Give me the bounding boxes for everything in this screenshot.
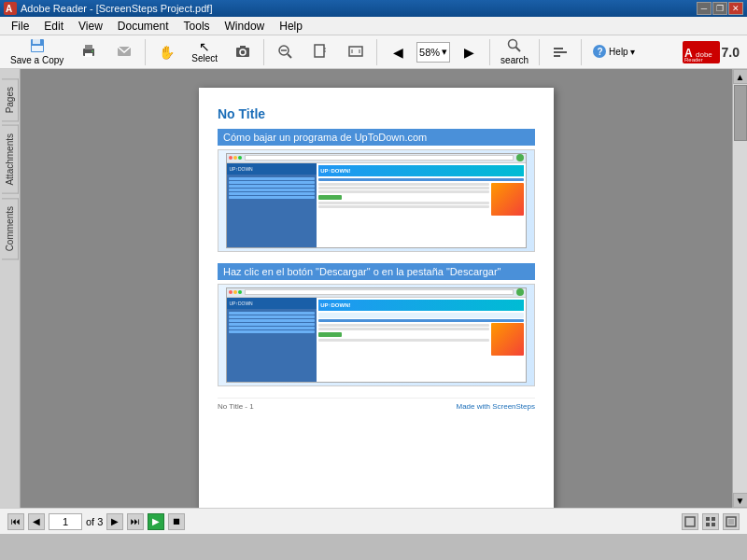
menu-edit[interactable]: Edit [36,18,71,35]
uptodown-logo: UP↑DOWN! [318,165,523,176]
nav-item-6 [229,196,315,199]
browser-nav-sidebar-2: UP↑DOWN [227,298,317,383]
app-img [491,183,524,216]
menu-bar: File Edit View Document Tools Window Hel… [0,17,747,35]
scroll-up-button[interactable]: ▲ [733,69,748,84]
tools-button[interactable] [543,38,577,66]
svg-rect-7 [85,53,92,57]
email-button[interactable] [107,38,141,66]
c-line-2 [318,187,488,189]
download-btn-2 [318,332,342,337]
svg-line-15 [288,54,291,58]
help-label: Help [609,47,628,57]
browser-nav-sidebar: UP↑DOWN [227,163,317,248]
stop-button[interactable]: ⏹ [168,513,185,530]
browser-bar-1 [227,154,525,163]
tab-bar [318,313,523,318]
save-copy-button[interactable]: Save a Copy [4,38,70,66]
scroll-track[interactable] [733,84,747,493]
menu-help[interactable]: Help [272,18,310,35]
app-icon: A [4,2,17,15]
fit-page-button[interactable] [303,38,337,66]
play-button[interactable]: ▶ [148,513,164,530]
view-mode-1[interactable] [682,513,698,530]
uptodown-logo-2: UP↑DOWN! [318,300,523,311]
view-mode-2[interactable] [702,513,719,530]
pdf-area[interactable]: No Title Cómo bajar un programa de UpToD… [21,69,732,508]
nav-item-2-6 [229,330,315,333]
menu-file[interactable]: File [4,18,36,35]
scroll-thumb[interactable] [734,85,747,141]
prev-page-button[interactable]: ◀ [28,513,45,530]
menu-document[interactable]: Document [110,18,176,35]
nav-item-5 [229,192,315,195]
max-dot-2 [238,290,242,294]
search-icon [507,38,522,55]
email-icon [117,44,132,61]
zoom-next-button[interactable]: ▶ [452,38,486,66]
svg-rect-33 [685,517,695,526]
camera-icon [235,44,250,61]
page-number-input[interactable] [49,513,82,530]
help-button[interactable]: ? Help ▾ [585,38,641,66]
hand-tool-button[interactable]: ✋ [149,38,183,66]
search-label: search [500,55,529,65]
fullscreen-button[interactable] [723,513,740,530]
svg-text:?: ? [598,47,603,57]
sidebar-tab-attachments[interactable]: Attachments [2,125,19,194]
svg-rect-3 [33,39,40,44]
select-icon: ↖ [199,40,210,53]
menu-view[interactable]: View [71,18,110,35]
next-page-button[interactable]: ▶ [106,513,123,530]
zoom-combo[interactable]: 58% ▾ [416,42,450,63]
pdf-footer-left: No Title - 1 [218,402,254,411]
right-scrollbar: ▲ ▼ [732,69,747,508]
minimize-button[interactable]: ─ [697,2,712,15]
svg-rect-16 [315,45,324,57]
select-button[interactable]: ↖ Select [185,38,224,66]
pdf-footer-right: Made with ScreenSteps [457,402,536,411]
window-controls: ─ ❐ ✕ [697,2,743,15]
c2-line-3 [318,339,488,342]
print-button[interactable] [72,38,106,66]
nav-logo: UP↑DOWN [229,166,252,172]
content-line-1 [318,178,523,181]
browser-sim-1: UP↑DOWN [226,153,526,249]
sidebar-tab-comments[interactable]: Comments [2,198,19,259]
nav-item-2-5 [229,327,315,329]
browser-bar-2 [227,288,525,298]
svg-rect-12 [240,46,246,49]
zoom-prev-button[interactable]: ◀ [381,38,415,66]
restore-button[interactable]: ❐ [712,2,727,15]
snapshot-button[interactable] [226,38,260,66]
zoom-out-button[interactable] [268,38,302,66]
content-row-2 [318,323,523,356]
sidebar-tab-pages[interactable]: Pages [2,78,19,121]
svg-rect-19 [349,47,362,56]
fit-width-button[interactable] [339,38,373,66]
hand-icon: ✋ [159,46,175,59]
search-button[interactable]: search [494,38,535,66]
svg-rect-34 [706,517,710,521]
zoom-dropdown-icon: ▾ [442,46,447,58]
svg-rect-39 [728,519,734,525]
scroll-down-button[interactable]: ▼ [733,493,748,508]
main-area: Pages Attachments Comments No Title Cómo… [0,69,747,508]
fit-width-icon [348,44,363,61]
first-page-button[interactable]: ⏮ [7,513,24,530]
close-button[interactable]: ✕ [728,2,743,15]
zoom-value: 58% [419,47,440,58]
svg-point-22 [509,40,517,49]
menu-tools[interactable]: Tools [176,18,218,35]
browser-sim-2: UP↑DOWN [226,287,526,384]
nav-logo-2: UP↑DOWN [229,301,252,306]
menu-window[interactable]: Window [218,18,273,35]
last-page-button[interactable]: ⏭ [127,513,144,530]
nav-item-4 [229,189,315,191]
svg-rect-26 [554,55,560,57]
c-line-4 [318,202,488,204]
min-dot-2 [233,290,237,294]
select-label: Select [191,53,218,63]
browser-main-content: UP↑DOWN! [317,163,525,248]
section-1-screenshot: UP↑DOWN [218,149,535,252]
